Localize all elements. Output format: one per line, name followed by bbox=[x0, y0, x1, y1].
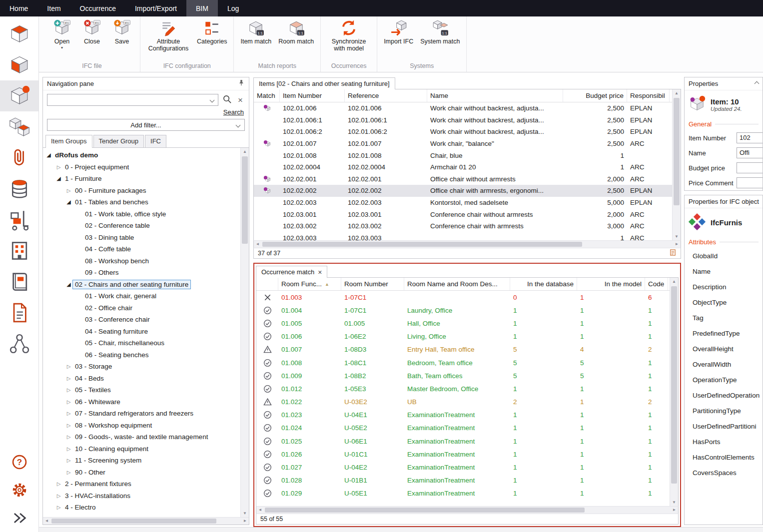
items-row[interactable]: 102.03.003102.03.0031ARC bbox=[254, 232, 672, 240]
column-header-in-the-database[interactable]: In the database bbox=[510, 278, 577, 290]
occurrence-row[interactable]: 01.0121-05E3Master Bedroom, Office111 bbox=[256, 382, 670, 395]
tree-expander-icon[interactable]: ▷ bbox=[65, 411, 72, 416]
sidebar-settings-icon[interactable] bbox=[0, 476, 38, 504]
attribute-overallwidth[interactable]: OverallWidth bbox=[685, 357, 763, 372]
items-row[interactable]: 102.01.006:2102.01.006:2Work chair witho… bbox=[254, 126, 672, 138]
column-header-budget-price[interactable]: Budget price bbox=[563, 89, 627, 102]
items-row[interactable]: 102.01.008102.01.008Chair, blue1 bbox=[254, 149, 672, 161]
tree-expander-icon[interactable]: ▷ bbox=[65, 376, 72, 381]
occurrence-row[interactable]: 01.0031-07C1016 bbox=[256, 291, 670, 304]
tree-expander-icon[interactable]: ▷ bbox=[55, 481, 62, 487]
occurrence-horizontal-scrollbar[interactable]: ◄► bbox=[256, 506, 679, 514]
tree-node-08-workshop-bench[interactable]: 08 - Workshop bench bbox=[43, 255, 240, 267]
occurrence-row[interactable]: 01.00501.005Hall, Office111 bbox=[256, 317, 670, 330]
sidebar-model-cube-icon[interactable] bbox=[0, 49, 38, 80]
occurrence-row[interactable]: 01.0081-08C1Bedroom, Team office551 bbox=[256, 356, 670, 369]
tree-node-3-hvac-installations[interactable]: ▷3 - HVAC-installations bbox=[43, 490, 240, 502]
tree-vertical-scrollbar[interactable]: ▲▼ bbox=[240, 148, 249, 517]
tree-node-0-project-equipment[interactable]: ▷0 - Project equipment bbox=[43, 161, 240, 173]
column-header-name[interactable]: Name bbox=[427, 89, 563, 102]
tree-node-11-screening-system[interactable]: ▷11 - Screening system bbox=[43, 455, 240, 467]
report-icon[interactable] bbox=[669, 249, 677, 258]
attribute-hascontrolelements[interactable]: HasControlElements bbox=[685, 450, 763, 465]
tab-item-groups[interactable]: Item Groups bbox=[45, 135, 92, 148]
attribute-hasports[interactable]: HasPorts bbox=[685, 434, 763, 450]
occurrence-row[interactable]: 01.0061-06E2Living, Office111 bbox=[256, 330, 670, 343]
column-header-item-number[interactable]: Item Number bbox=[280, 89, 345, 102]
tree-expander-icon[interactable]: ▷ bbox=[55, 164, 62, 170]
occurrence-row[interactable]: 01.026U-01C1ExaminationTreatment111 bbox=[256, 448, 670, 461]
items-row[interactable]: 102.02.0004102.02.0004Armchair 01 201ARC bbox=[254, 161, 672, 173]
attribute-globalid[interactable]: GlobalId bbox=[685, 248, 763, 264]
sidebar-attachments-icon[interactable] bbox=[0, 142, 38, 173]
attribute-description[interactable]: Description bbox=[685, 279, 763, 295]
sidebar-logistics-icon[interactable] bbox=[0, 204, 38, 235]
occurrence-row[interactable]: 01.022U-03E2UB212 bbox=[256, 396, 670, 409]
tree-node-02-office-chair[interactable]: 02 - Office chair bbox=[43, 302, 240, 314]
items-row[interactable]: 102.03.002102.03.002Conference chair wit… bbox=[254, 220, 672, 232]
items-horizontal-scrollbar[interactable]: ◄► bbox=[253, 240, 681, 248]
tree-expander-icon[interactable]: ▷ bbox=[65, 434, 72, 440]
collapse-panel-icon[interactable] bbox=[755, 81, 760, 86]
occurrence-row[interactable]: 01.023U-04E1ExaminationTreatment111 bbox=[256, 409, 670, 422]
tree-node-03-conference-chair[interactable]: 03 - Conference chair bbox=[43, 314, 240, 326]
tree-expander-icon[interactable]: ▷ bbox=[65, 458, 72, 463]
tree-node-10-cleaning-equipment[interactable]: ▷10 - Cleaning equipment bbox=[43, 443, 240, 455]
sidebar-expand-sidebar-icon[interactable] bbox=[0, 504, 38, 532]
menu-home[interactable]: Home bbox=[0, 0, 37, 16]
tree-expander-icon[interactable]: ▷ bbox=[65, 387, 72, 393]
sidebar-linked-cubes-icon[interactable] bbox=[0, 111, 38, 142]
tree-expander-icon[interactable]: ▷ bbox=[65, 188, 72, 193]
tree-horizontal-scrollbar[interactable]: ◄► bbox=[43, 517, 249, 525]
search-link[interactable]: Search bbox=[223, 108, 244, 116]
attribute-userdefinedoperation[interactable]: UserDefinedOperation bbox=[685, 388, 763, 403]
column-header-room-name-and-room-des[interactable]: Room Name and Room Des... bbox=[404, 278, 510, 290]
attribute-tag[interactable]: Tag bbox=[685, 310, 763, 326]
sidebar-help-icon[interactable]: ? bbox=[0, 448, 38, 476]
tree-node-4-electro[interactable]: ▷4 - Electro bbox=[43, 502, 240, 514]
tree-expander-icon[interactable]: ▷ bbox=[65, 470, 72, 475]
tree-node-2-permanent-fixtures[interactable]: ▷2 - Permanent fixtures bbox=[43, 478, 240, 490]
column-header-status[interactable] bbox=[256, 278, 278, 290]
column-header-match[interactable]: Match bbox=[254, 89, 280, 102]
chevron-down-icon[interactable] bbox=[210, 97, 215, 102]
ribbon-import-ifc-button[interactable]: Import IFC bbox=[381, 18, 416, 46]
tree-node-02-conference-table[interactable]: 02 - Conference table bbox=[43, 220, 240, 232]
attribute-coversspaces[interactable]: CoversSpaces bbox=[685, 465, 763, 481]
column-header-reference[interactable]: Reference bbox=[345, 89, 427, 102]
occurrence-row[interactable]: 01.0071-08D3Entry Hall, Team office542 bbox=[256, 343, 670, 356]
attribute-name[interactable]: Name bbox=[685, 264, 763, 279]
items-row[interactable]: 102.01.007102.01.007Work chair, "balance… bbox=[254, 138, 672, 150]
occurrence-match-tab[interactable]: Occurrence match × bbox=[256, 266, 327, 278]
occurrence-row[interactable]: 01.027U-04E2ExaminationTreatment111 bbox=[256, 461, 670, 474]
tree-node-06-seating-benches[interactable]: 06 - Seating benches bbox=[43, 349, 240, 361]
search-input[interactable] bbox=[47, 94, 218, 106]
items-row[interactable]: 102.01.006:1102.01.006:1Work chair witho… bbox=[254, 114, 672, 126]
occurrence-row[interactable]: 01.0041-07C1Laundry, Office111 bbox=[256, 304, 670, 317]
tree-node-04-coffe-table[interactable]: 04 - Coffe table bbox=[43, 243, 240, 255]
item-number-input[interactable]: 102 bbox=[737, 132, 763, 143]
items-row[interactable]: 102.02.001102.02.001Office chair without… bbox=[254, 173, 672, 185]
tree-expander-icon[interactable]: ◢ bbox=[55, 175, 62, 182]
ribbon-close-button[interactable]: IFCClose bbox=[78, 18, 106, 46]
clear-search-icon[interactable]: × bbox=[236, 96, 245, 104]
menu-occurrence[interactable]: Occurrence bbox=[70, 0, 125, 16]
tab-ifc[interactable]: IFC bbox=[145, 135, 166, 147]
occurrence-row[interactable]: 01.028U-01B1ExaminationTreatment111 bbox=[256, 474, 670, 487]
add-filter-dropdown[interactable]: Add filter... bbox=[47, 119, 245, 131]
tree-node-06-whiteware[interactable]: ▷06 - Whiteware bbox=[43, 396, 240, 408]
ribbon-open-button[interactable]: IFCOpen▾ bbox=[48, 18, 76, 51]
sidebar-boxes-open-icon[interactable] bbox=[0, 18, 38, 49]
tree-expander-icon[interactable]: ◢ bbox=[65, 199, 72, 205]
occurrence-row[interactable]: 01.025U-06E1ExaminationTreatment111 bbox=[256, 435, 670, 448]
menu-bim[interactable]: BIM bbox=[186, 0, 218, 16]
ribbon-system-match-button[interactable]: 1:1System match bbox=[418, 18, 462, 46]
sidebar-building-icon[interactable] bbox=[0, 235, 38, 266]
attribute-operationtype[interactable]: OperationType bbox=[685, 372, 763, 388]
pin-icon[interactable] bbox=[238, 79, 245, 88]
occurrence-row[interactable]: 01.024U-05E2ExaminationTreatment111 bbox=[256, 422, 670, 435]
tree-node-00-furniture-packages[interactable]: ▷00 - Furniture packages bbox=[43, 185, 240, 197]
tree-node-01-tables-and-benches[interactable]: ◢01 - Tables and benches bbox=[43, 196, 240, 208]
sidebar-database-icon[interactable] bbox=[0, 173, 38, 204]
tree-node-07-standard-refrigerators-and-freezers[interactable]: ▷07 - Standard refrigerators and freezer… bbox=[43, 408, 240, 420]
